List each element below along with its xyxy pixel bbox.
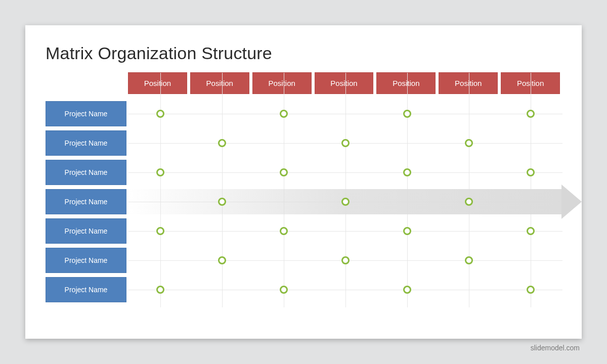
matrix-cell: [438, 198, 500, 206]
attribution-text: slidemodel.com: [23, 344, 580, 352]
row-header: Project Name: [46, 248, 126, 273]
matrix-body: Project NameProject NameProject NameProj…: [46, 99, 561, 304]
slide-title: Matrix Organization Structure: [46, 43, 561, 63]
dot-marker: [527, 110, 535, 118]
matrix-cell: [438, 256, 500, 264]
dot-marker: [280, 110, 288, 118]
dot-marker: [156, 168, 164, 176]
grid-area: [129, 99, 561, 304]
matrix-cell: [376, 286, 438, 294]
dot-marker: [218, 256, 226, 264]
dot-marker: [465, 139, 473, 147]
matrix-cell: [500, 110, 561, 118]
matrix-row: [129, 101, 561, 126]
matrix-cell: [438, 139, 500, 147]
row-header: Project Name: [46, 218, 126, 244]
dot-marker: [280, 286, 288, 294]
matrix-row: [129, 160, 561, 185]
dot-marker: [465, 198, 473, 206]
arrow-head-icon: [561, 185, 582, 219]
dot-marker: [403, 168, 411, 176]
dot-marker: [403, 227, 411, 235]
column-headers: PositionPositionPositionPositionPosition…: [126, 72, 561, 94]
matrix-cell: [315, 139, 376, 147]
matrix-cell: [191, 198, 253, 206]
matrix-cell: [315, 256, 376, 264]
row-header: Project Name: [46, 277, 126, 302]
dot-rows: [129, 99, 561, 304]
row-header: Project Name: [46, 189, 126, 214]
matrix-cell: [253, 227, 315, 235]
dot-marker: [218, 198, 226, 206]
matrix-cell: [253, 110, 315, 118]
matrix-cell: [500, 286, 561, 294]
dot-marker: [156, 110, 164, 118]
matrix-cell: [315, 198, 376, 206]
matrix-cell: [191, 139, 253, 147]
dot-marker: [527, 168, 535, 176]
matrix-cell: [376, 227, 438, 235]
row-header: Project Name: [46, 101, 126, 126]
dot-marker: [403, 286, 411, 294]
dot-marker: [156, 227, 164, 235]
dot-marker: [280, 227, 288, 235]
matrix-cell: [376, 110, 438, 118]
matrix-cell: [500, 227, 561, 235]
matrix-cell: [129, 110, 191, 118]
column-header: Position: [252, 72, 312, 94]
matrix-cell: [253, 168, 315, 176]
dot-marker: [527, 286, 535, 294]
dot-marker: [280, 168, 288, 176]
column-header: Position: [439, 72, 498, 94]
matrix-cell: [253, 286, 315, 294]
column-header: Position: [501, 72, 560, 94]
column-header: Position: [190, 72, 249, 94]
row-header: Project Name: [46, 130, 126, 156]
dot-marker: [218, 139, 226, 147]
matrix-cell: [191, 256, 253, 264]
row-header: Project Name: [46, 160, 126, 185]
matrix-row: [129, 218, 561, 244]
column-header: Position: [128, 72, 187, 94]
slide-canvas: Matrix Organization Structure PositionPo…: [25, 25, 582, 339]
dot-marker: [465, 256, 473, 264]
dot-marker: [341, 256, 350, 264]
matrix-container: PositionPositionPositionPositionPosition…: [46, 72, 561, 304]
dot-marker: [156, 286, 164, 294]
matrix-cell: [129, 168, 191, 176]
matrix-cell: [129, 227, 191, 235]
matrix-cell: [376, 168, 438, 176]
column-header: Position: [315, 72, 374, 94]
matrix-row: [129, 277, 561, 302]
dot-marker: [403, 110, 411, 118]
dot-marker: [341, 198, 350, 206]
dot-marker: [527, 227, 535, 235]
matrix-cell: [500, 168, 561, 176]
dot-marker: [341, 139, 350, 147]
matrix-row: [129, 248, 561, 273]
matrix-row: [129, 130, 561, 156]
matrix-cell: [129, 286, 191, 294]
matrix-row: [129, 189, 561, 214]
column-header: Position: [376, 72, 436, 94]
row-headers: Project NameProject NameProject NameProj…: [46, 99, 126, 304]
